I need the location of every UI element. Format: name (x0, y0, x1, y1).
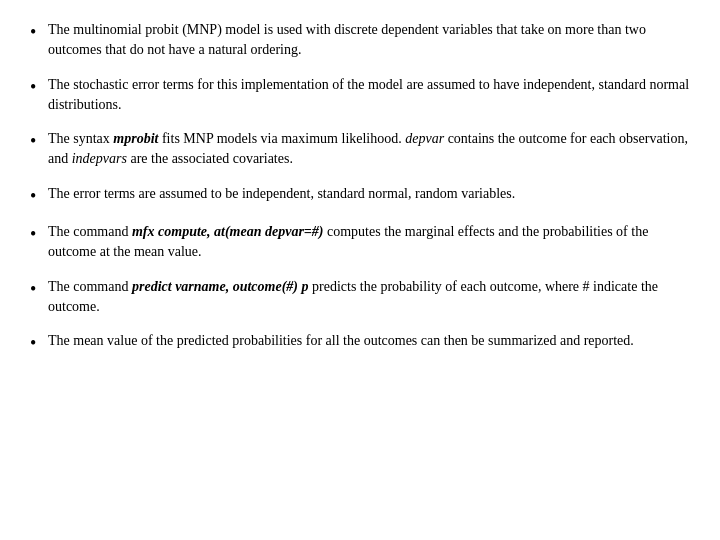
bullet-dot: • (30, 331, 48, 355)
bullet-dot: • (30, 75, 48, 99)
list-item: •The error terms are assumed to be indep… (30, 184, 690, 208)
bullet-text-5: The command mfx compute, at(mean depvar=… (48, 222, 690, 263)
bullet-dot: • (30, 222, 48, 246)
bullet-dot: • (30, 20, 48, 44)
list-item: •The multinomial probit (MNP) model is u… (30, 20, 690, 61)
bullet-text-2: The stochastic error terms for this impl… (48, 75, 690, 116)
bullet-dot: • (30, 129, 48, 153)
bullet-text-4: The error terms are assumed to be indepe… (48, 184, 690, 204)
list-item: •The command mfx compute, at(mean depvar… (30, 222, 690, 263)
bullet-text-1: The multinomial probit (MNP) model is us… (48, 20, 690, 61)
list-item: •The stochastic error terms for this imp… (30, 75, 690, 116)
bullet-text-3: The syntax mprobit fits MNP models via m… (48, 129, 690, 170)
bullet-dot: • (30, 184, 48, 208)
list-item: •The command predict varname, outcome(#)… (30, 277, 690, 318)
list-item: •The syntax mprobit fits MNP models via … (30, 129, 690, 170)
bullet-dot: • (30, 277, 48, 301)
bullet-list: •The multinomial probit (MNP) model is u… (30, 20, 690, 356)
bullet-text-7: The mean value of the predicted probabil… (48, 331, 690, 351)
list-item: •The mean value of the predicted probabi… (30, 331, 690, 355)
page-container: •The multinomial probit (MNP) model is u… (0, 0, 720, 540)
bullet-text-6: The command predict varname, outcome(#) … (48, 277, 690, 318)
